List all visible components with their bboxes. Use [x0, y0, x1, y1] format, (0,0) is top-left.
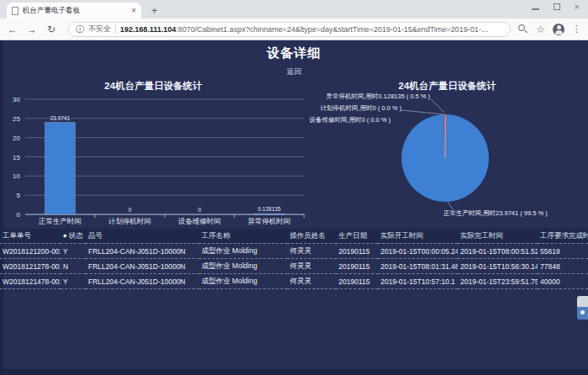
table-row[interactable]: W2018121478-001YFRLL204-CAN-J051D-10000N…	[0, 274, 588, 289]
browser-tab[interactable]: 机台产量电子看板 ×	[7, 3, 141, 18]
table-cell-3: 成型作业 Molding	[199, 259, 287, 274]
profile-avatar-icon[interactable]	[553, 24, 564, 35]
floating-widget-bottom	[577, 307, 588, 320]
table-cell-0: W2018121200-001	[0, 244, 60, 259]
column-header-4[interactable]: 操作员姓名	[287, 229, 336, 244]
svg-text:设备维修时间: 设备维修时间	[178, 217, 221, 225]
address-divider	[115, 25, 116, 34]
svg-text:25: 25	[13, 115, 20, 123]
svg-text:0: 0	[198, 207, 202, 213]
table-cell-6: 2019-01-15T00:00:05.24	[378, 244, 458, 259]
tab-title: 机台产量电子看板	[23, 6, 127, 16]
table-row[interactable]: W2018121278-001NFRLL204-CAN-J051D-10000N…	[0, 259, 588, 274]
table-cell-5: 20190115	[336, 244, 378, 259]
window-controls: ×	[532, 3, 580, 11]
avatar-head	[557, 25, 561, 29]
back-link[interactable]: 返回	[0, 66, 588, 77]
tab-strip: 机台产量电子看板 × + ×	[0, 0, 588, 18]
table-cell-2: FRLL204-CAN-J051D-10000N	[86, 259, 199, 274]
page-icon	[12, 7, 18, 15]
sort-icon[interactable]: ◆	[63, 233, 67, 238]
table-cell-4: 何灵灵	[287, 244, 336, 259]
restore-icon[interactable]	[554, 3, 560, 10]
table-cell-3: 成型作业 Molding	[199, 274, 287, 289]
dashboard-page: 设备详细 返回 24机台产量日设备统计 05101520253023.9741正…	[0, 40, 588, 375]
column-header-7[interactable]: 实际完工时间	[458, 229, 538, 244]
bookmark-star-icon[interactable]: ☆	[536, 24, 545, 35]
column-header-8[interactable]: 工序要求完成时间	[538, 229, 588, 244]
column-header-6[interactable]: 实际开工时间	[378, 229, 458, 244]
svg-text:23.9741: 23.9741	[50, 115, 71, 121]
table-cell-2: FRLL204-CAN-J051D-10000N	[86, 244, 199, 259]
browser-window: 机台产量电子看板 × + × ← → ↻ ⓘ 不安全 192.168.111.1…	[0, 0, 588, 375]
table-header-row: 工单单号◆状态品号工序名称操作员姓名生产日期实际开工时间实际完工时间工序要求完成…	[0, 229, 588, 244]
column-header-3[interactable]: 工序名称	[199, 229, 287, 244]
column-header-2[interactable]: 品号	[86, 229, 199, 244]
zoom-handle	[524, 29, 528, 33]
floating-widget-dot	[580, 310, 585, 314]
work-order-table: 工单单号◆状态品号工序名称操作员姓名生产日期实际开工时间实际完工时间工序要求完成…	[0, 229, 588, 289]
floating-widget-icon[interactable]	[577, 296, 588, 320]
svg-text:0: 0	[129, 207, 132, 213]
avatar-body	[555, 30, 563, 34]
url-host: 192.168.111.104	[120, 25, 176, 34]
table-cell-4: 何灵灵	[287, 274, 336, 289]
table-cell-2: FRLL204-CAN-J051D-10000N	[86, 274, 199, 289]
svg-text:0.128135: 0.128135	[258, 206, 281, 212]
browser-menu-icon[interactable]: ⋮	[572, 24, 581, 34]
pie-label-maintenance: 设备维修时间,用时0 ( 0.0 % )	[277, 116, 391, 124]
column-header-1[interactable]: ◆状态	[60, 229, 86, 244]
page-title: 设备详细	[0, 45, 588, 61]
table-cell-0: W2018121478-001	[0, 274, 60, 289]
url-text: 192.168.111.104:8070/Cabinet1.aspx?chinn…	[120, 25, 489, 34]
svg-text:0: 0	[17, 211, 21, 219]
table-cell-1: Y	[60, 274, 86, 289]
floating-widget-top	[577, 296, 588, 307]
svg-text:正常生产时间: 正常生产时间	[39, 217, 81, 225]
page-bottom-strip	[0, 369, 588, 375]
pie-label-abnormal-stop: 异常停机时间,用时0.128135 ( 0.5 % )	[302, 92, 430, 101]
reload-icon[interactable]: ↻	[45, 24, 57, 35]
pie-label-planned-stop: 计划停机时间,用时0 ( 0.0 % )	[286, 104, 402, 113]
security-label: 不安全	[88, 24, 111, 34]
new-tab-button[interactable]: +	[151, 4, 158, 18]
svg-text:异常停机时间: 异常停机时间	[248, 217, 291, 225]
table-cell-7: 2019-01-15T10:56:30.14	[458, 259, 538, 274]
svg-text:10: 10	[13, 172, 20, 180]
table-cell-4: 何灵灵	[287, 259, 336, 274]
table-cell-7: 2019-01-15T23:59:51.75	[458, 274, 538, 289]
table-cell-8: 77848	[538, 259, 588, 274]
table-cell-6: 2019-01-15T08:01:31.48	[378, 259, 458, 274]
table-cell-1: N	[60, 259, 86, 274]
table-cell-5: 20190115	[336, 259, 378, 274]
table-cell-6: 2019-01-15T10:57:10.1	[378, 274, 458, 289]
pie-label-normal-production: 正常生产时间,用时23.9741 ( 99.5 % )	[444, 209, 548, 218]
browser-toolbar: ← → ↻ ⓘ 不安全 192.168.111.104:8070/Cabinet…	[0, 18, 588, 40]
forward-icon[interactable]: →	[26, 24, 38, 35]
table-cell-5: 20190115	[336, 274, 378, 289]
minimize-icon[interactable]	[532, 8, 539, 10]
info-icon[interactable]: ⓘ	[76, 24, 84, 35]
svg-text:5: 5	[17, 192, 21, 199]
url-path: :8070/Cabinet1.aspx?chinname=24&ltype=da…	[176, 25, 489, 34]
back-icon[interactable]: ←	[7, 24, 18, 35]
table-cell-3: 成型作业 Molding	[199, 244, 287, 259]
table-cell-1: Y	[60, 244, 86, 259]
table-cell-0: W2018121278-001	[0, 259, 60, 274]
table-row[interactable]: W2018121200-001YFRLL204-CAN-J051D-10000N…	[0, 244, 588, 259]
column-header-0[interactable]: 工单单号	[0, 229, 60, 244]
table-cell-7: 2019-01-15T08:00:51.52	[458, 244, 538, 259]
close-tab-icon[interactable]: ×	[131, 6, 136, 15]
column-header-5[interactable]: 生产日期	[336, 229, 378, 244]
close-window-icon[interactable]: ×	[575, 3, 580, 11]
svg-text:20: 20	[13, 135, 20, 142]
svg-text:计划停机时间: 计划停机时间	[108, 217, 151, 225]
svg-text:15: 15	[13, 154, 20, 161]
bar-chart: 05101520253023.9741正常生产时间0计划停机时间0设备维修时间0…	[0, 77, 307, 233]
address-bar[interactable]: ⓘ 不安全 192.168.111.104:8070/Cabinet1.aspx…	[68, 22, 511, 37]
svg-text:30: 30	[13, 96, 20, 103]
zoom-icon[interactable]	[518, 24, 528, 34]
table-cell-8: 40000	[538, 274, 588, 289]
table-cell-8: 55619	[538, 244, 588, 259]
